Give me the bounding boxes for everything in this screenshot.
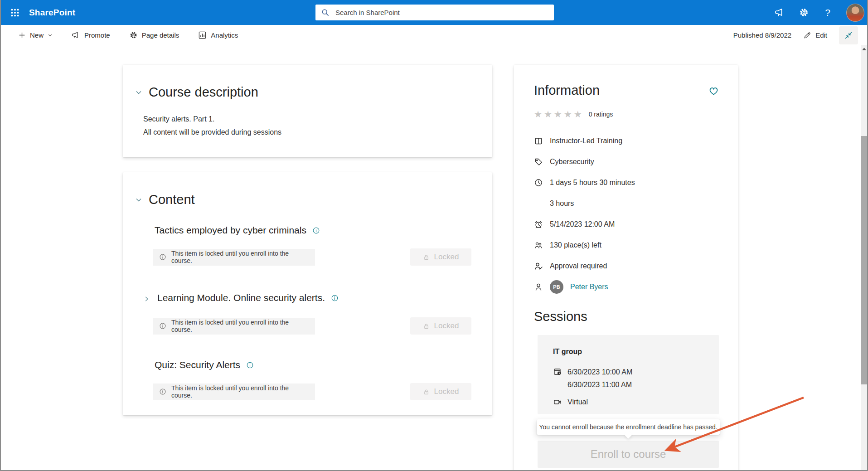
lock-icon xyxy=(423,254,430,261)
detail-places-left: 130 place(s) left xyxy=(534,235,738,256)
people-icon xyxy=(534,241,543,250)
enroll-button[interactable]: Enroll to course xyxy=(538,441,719,468)
video-camera-icon xyxy=(553,398,562,407)
ratings-count: 0 ratings xyxy=(589,111,613,118)
session-mode: Virtual xyxy=(567,398,588,406)
locked-button[interactable]: Locked xyxy=(410,383,471,400)
info-icon[interactable] xyxy=(312,227,320,234)
app-launcher-icon[interactable] xyxy=(6,4,24,22)
content-header[interactable]: Content xyxy=(123,172,492,207)
person-icon xyxy=(534,282,543,291)
suite-bar: SharePoint ? xyxy=(0,0,868,25)
edit-button[interactable]: Edit xyxy=(803,31,827,39)
instructor-initials-badge: PB xyxy=(550,280,563,294)
pencil-icon xyxy=(803,31,811,39)
locked-message: This item is locked until you enroll int… xyxy=(153,318,315,335)
alarm-clock-icon xyxy=(534,220,543,229)
instructor-link[interactable]: Peter Byers xyxy=(570,283,608,291)
lock-icon xyxy=(423,388,430,395)
content-item-title: Tactics employed by cyber criminals xyxy=(155,225,320,236)
detail-deadline: 5/14/2023 12:00 AM xyxy=(534,214,738,235)
locked-button[interactable]: Locked xyxy=(410,317,471,335)
detail-approval: Approval required xyxy=(534,256,738,277)
favorite-heart-icon[interactable] xyxy=(708,84,720,97)
analytics-button[interactable]: Analytics xyxy=(198,31,238,39)
course-description-card: Course description Security alerts. Part… xyxy=(123,65,492,157)
info-icon xyxy=(159,322,166,330)
locked-message: This item is locked until you enroll int… xyxy=(153,249,315,266)
chevron-down-icon xyxy=(48,33,53,38)
section-title: Course description xyxy=(149,85,258,100)
info-icon[interactable] xyxy=(331,294,339,302)
search-input[interactable] xyxy=(335,8,548,17)
settings-icon[interactable] xyxy=(798,7,809,18)
lock-icon xyxy=(423,323,430,330)
course-description-header[interactable]: Course description xyxy=(123,65,492,100)
plus-icon xyxy=(18,31,26,39)
scrollbar-thumb[interactable] xyxy=(861,136,867,384)
app-title[interactable]: SharePoint xyxy=(29,0,75,25)
course-details-list: Instructor-Led Training Cybersecurity 1 … xyxy=(534,131,738,297)
locked-button[interactable]: Locked xyxy=(410,248,471,266)
sessions-title: Sessions xyxy=(534,309,738,324)
megaphone-icon xyxy=(72,31,80,39)
search-icon xyxy=(321,8,330,17)
rating-stars[interactable]: ★★★★★ xyxy=(534,109,584,120)
analytics-icon xyxy=(198,31,207,39)
content-item-row: This item is locked until you enroll int… xyxy=(153,317,471,335)
detail-category: Cybersecurity xyxy=(534,151,738,172)
session-card[interactable]: IT group 6/30/2023 10:00 AM 6/30/2023 11… xyxy=(538,335,719,414)
chevron-down-icon xyxy=(135,89,142,96)
published-status: Published 8/9/2022 xyxy=(733,31,791,39)
user-avatar[interactable] xyxy=(846,4,864,22)
session-start: 6/30/2023 10:00 AM xyxy=(567,366,632,379)
chevron-down-icon xyxy=(135,196,142,204)
information-panel: Information ★★★★★ 0 ratings Instructor-L… xyxy=(514,65,738,471)
search-box[interactable] xyxy=(315,5,554,20)
information-title: Information xyxy=(534,83,600,98)
command-bar: New Promote Page details xyxy=(0,25,868,45)
info-icon xyxy=(159,388,166,395)
session-group-name: IT group xyxy=(553,348,719,356)
collapse-view-button[interactable] xyxy=(839,26,858,44)
page-details-button[interactable]: Page details xyxy=(129,31,179,39)
scrollbar-up-arrow[interactable] xyxy=(861,46,867,52)
info-icon xyxy=(159,253,166,261)
info-icon[interactable] xyxy=(246,361,254,369)
new-button[interactable]: New xyxy=(18,31,53,39)
tag-icon xyxy=(534,157,543,166)
content-item-title: Quiz: Security Alerts xyxy=(155,359,254,370)
locked-message: This item is locked until you enroll int… xyxy=(153,384,315,400)
detail-course-type: Instructor-Led Training xyxy=(534,131,738,151)
collapse-arrows-icon xyxy=(844,31,853,40)
chevron-right-icon[interactable] xyxy=(143,296,150,302)
content-item-row: This item is locked until you enroll int… xyxy=(153,383,471,400)
book-icon xyxy=(534,136,543,146)
clock-icon xyxy=(534,178,543,187)
section-title: Content xyxy=(149,192,195,207)
person-check-icon xyxy=(534,262,543,271)
session-end: 6/30/2023 11:00 AM xyxy=(567,379,632,391)
detail-effort: 3 hours xyxy=(534,193,738,214)
help-icon[interactable]: ? xyxy=(822,7,833,18)
course-description-text: Security alerts. Part 1. All content wil… xyxy=(143,112,492,139)
course-content-card: Content Tactics employed by cyber crimin… xyxy=(123,172,492,415)
gear-icon xyxy=(129,31,138,39)
content-item-title: Learning Module. Online security alerts. xyxy=(157,292,339,303)
enroll-tooltip: You cannot enroll because the enrollment… xyxy=(537,419,720,435)
content-item-row: This item is locked until you enroll int… xyxy=(153,248,471,266)
detail-duration: 1 days 5 hours 30 minutes xyxy=(534,172,738,193)
promote-button[interactable]: Promote xyxy=(72,31,110,39)
calendar-clock-icon xyxy=(553,367,562,376)
detail-instructor: PB Peter Byers xyxy=(534,277,738,297)
announcements-icon[interactable] xyxy=(774,7,785,18)
